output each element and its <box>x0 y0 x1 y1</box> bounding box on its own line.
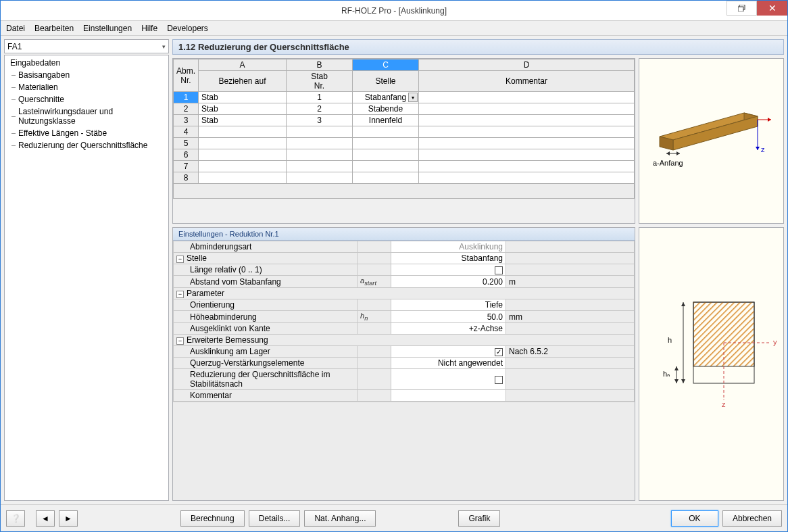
menu-developers[interactable]: Developers <box>167 24 208 33</box>
chevron-down-icon[interactable]: ▾ <box>408 93 418 102</box>
case-combo[interactable]: FA1 ▾ <box>4 39 169 53</box>
arrow-left-icon: ◄ <box>41 514 49 523</box>
svg-marker-8 <box>768 118 771 122</box>
col-subheader[interactable]: Stelle <box>353 71 419 92</box>
collapse-icon: − <box>176 291 184 298</box>
main-grid[interactable]: Abm.Nr. A B C D Beziehen auf StabNr. Ste… <box>172 58 635 224</box>
svg-marker-20 <box>674 366 679 370</box>
table-row[interactable]: 3Stab3Innenfeld <box>174 115 635 126</box>
footer: ❔ ◄ ► Berechnung Details... Nat. Anhang.… <box>1 504 787 531</box>
col-subheader[interactable]: StabNr. <box>287 71 353 92</box>
table-row[interactable]: 1 Stab 1 Stabanfang▾ <box>174 92 635 103</box>
z-axis-label: z <box>761 145 765 153</box>
tree-item[interactable]: Basisangaben <box>5 69 168 81</box>
help-icon: ❔ <box>11 514 21 523</box>
close-button[interactable]: ✕ <box>757 1 787 16</box>
case-combo-value: FA1 <box>7 42 22 51</box>
tree-root[interactable]: Eingabedaten <box>5 57 168 69</box>
checkbox-checked: ✓ <box>495 348 503 356</box>
next-button[interactable]: ► <box>59 510 78 527</box>
menubar: Datei Bearbeiten Einstellungen Hilfe Dev… <box>1 21 787 36</box>
table-row[interactable]: 6 <box>174 149 635 161</box>
menu-help[interactable]: Hilfe <box>141 24 157 33</box>
restore-icon <box>738 5 746 11</box>
arrow-right-icon: ► <box>64 514 72 523</box>
properties-title: Einstellungen - Reduktion Nr.1 <box>173 228 635 241</box>
svg-text:h: h <box>668 336 672 344</box>
details-button[interactable]: Details... <box>249 510 301 527</box>
table-row[interactable]: 5 <box>174 138 635 149</box>
menu-settings[interactable]: Einstellungen <box>83 24 132 33</box>
table-row[interactable]: 7 <box>174 161 635 172</box>
close-icon: ✕ <box>768 3 777 14</box>
app-window: RF-HOLZ Pro - [Ausklinkung] ✕ Datei Bear… <box>0 0 788 532</box>
tree-item[interactable]: Querschnitte <box>5 93 168 105</box>
section-title: 1.12 Reduzierung der Querschnittsfläche <box>172 39 784 55</box>
col-header[interactable]: B <box>287 59 353 71</box>
calc-button[interactable]: Berechnung <box>180 510 245 527</box>
diagram-label: a-Anfang <box>653 159 683 167</box>
svg-rect-1 <box>738 7 743 11</box>
svg-marker-12 <box>676 151 680 155</box>
svg-marker-11 <box>666 151 670 155</box>
menu-edit[interactable]: Bearbeiten <box>34 24 74 33</box>
ok-button[interactable]: OK <box>671 510 718 527</box>
help-button[interactable]: ❔ <box>6 510 25 527</box>
collapse-icon: − <box>176 256 184 263</box>
nav-tree[interactable]: Eingabedaten Basisangaben Materialien Qu… <box>4 55 169 501</box>
tree-item[interactable]: Effektive Längen - Stäbe <box>5 127 168 139</box>
tree-item[interactable]: Reduzierung der Querschnittsfläche <box>5 139 168 151</box>
grafik-button[interactable]: Grafik <box>458 510 500 527</box>
menu-file[interactable]: Datei <box>6 24 25 33</box>
titlebar: RF-HOLZ Pro - [Ausklinkung] ✕ <box>1 1 787 21</box>
svg-marker-21 <box>674 379 679 383</box>
nat-anhang-button[interactable]: Nat. Anhang... <box>304 510 376 527</box>
table-row[interactable]: 2Stab2Stabende <box>174 103 635 115</box>
tree-item[interactable]: Materialien <box>5 81 168 93</box>
svg-marker-17 <box>681 302 685 306</box>
table-row[interactable]: 4 <box>174 126 635 138</box>
svg-text:hₙ: hₙ <box>663 370 670 378</box>
cross-section-icon: h hₙ y z <box>639 282 785 431</box>
cancel-button[interactable]: Abbrechen <box>722 510 782 527</box>
properties-panel: Einstellungen - Reduktion Nr.1 Abminderu… <box>172 227 635 501</box>
col-header[interactable]: C <box>353 59 419 71</box>
svg-rect-15 <box>693 302 754 366</box>
collapse-icon: − <box>176 337 184 345</box>
tree-item[interactable]: Lasteinwirkungsdauer und Nutzungsklasse <box>5 105 168 127</box>
prev-button[interactable]: ◄ <box>36 510 55 527</box>
svg-text:z: z <box>722 400 726 408</box>
col-header[interactable]: D <box>419 59 635 71</box>
col-subheader[interactable]: Kommentar <box>419 71 635 92</box>
restore-button[interactable] <box>727 1 757 16</box>
col-header[interactable]: A <box>199 59 287 71</box>
col-subheader[interactable]: Beziehen auf <box>199 71 287 92</box>
table-row[interactable]: 8 <box>174 172 635 184</box>
svg-marker-18 <box>681 379 685 383</box>
preview-3d: a-Anfang z <box>639 58 784 224</box>
svg-marker-9 <box>756 147 760 150</box>
chevron-down-icon: ▾ <box>162 43 166 50</box>
window-title: RF-HOLZ Pro - [Ausklinkung] <box>341 6 447 16</box>
preview-section: h hₙ y z <box>639 227 784 501</box>
svg-text:y: y <box>773 338 777 346</box>
checkbox-unchecked <box>495 266 503 274</box>
checkbox-unchecked <box>495 376 503 384</box>
